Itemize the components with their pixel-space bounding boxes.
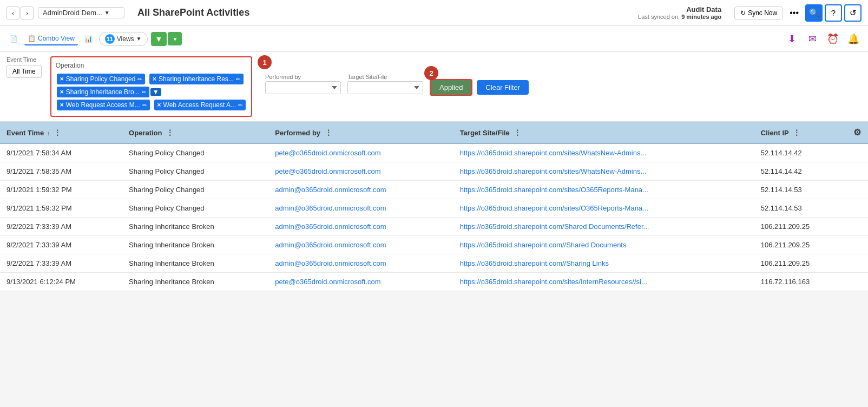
cell-performed-by: admin@o365droid.onmicrosoft.com xyxy=(268,218,453,236)
event-time-button[interactable]: All Time xyxy=(6,65,42,78)
target-site-col-label: Target Site/File xyxy=(460,129,510,137)
filter-dropdown-button[interactable]: ▼ xyxy=(168,32,182,45)
tag-4-label: Web Request Access M... xyxy=(66,101,140,109)
filter-button[interactable]: ▼ xyxy=(151,32,167,46)
table-body: 9/1/2021 7:58:34 AM Sharing Policy Chang… xyxy=(0,143,868,291)
chart-icon: 📊 xyxy=(84,35,93,43)
performed-by-field: Performed by xyxy=(265,74,341,94)
tag-3-label: Sharing Inheritance Bro... xyxy=(66,88,140,96)
cell-client-ip: 116.72.116.163 xyxy=(754,273,846,291)
edit-tag-5-button[interactable]: ✏ xyxy=(238,102,242,108)
remove-tag-5-button[interactable]: × xyxy=(157,101,161,109)
top-nav: ‹ › AdminDroid Dem... ▼ All SharePoint A… xyxy=(0,0,868,26)
col-client-ip: Client IP ⋮ xyxy=(754,122,846,143)
operation-filter-dropdown: Operation × Sharing Policy Changed ✏ × S… xyxy=(50,56,252,117)
operation-filter-section: Operation × Sharing Policy Changed ✏ × S… xyxy=(50,56,252,117)
cell-settings xyxy=(846,162,868,181)
col-menu-target-site[interactable]: ⋮ xyxy=(514,128,521,137)
filter-icon: ▼ xyxy=(155,35,163,43)
cell-performed-by: admin@o365droid.onmicrosoft.com xyxy=(268,181,453,199)
target-site-select[interactable] xyxy=(347,81,423,94)
edit-tag-4-button[interactable]: ✏ xyxy=(142,102,147,108)
combo-view-button[interactable]: 📋 Combo View xyxy=(24,32,78,45)
col-event-time: Event Time ↑ ⋮ xyxy=(0,122,122,143)
download-button[interactable]: ⬇ xyxy=(784,31,800,47)
table-row: 9/1/2021 7:58:35 AM Sharing Policy Chang… xyxy=(0,162,868,181)
filter-tag-1: × Sharing Policy Changed ✏ xyxy=(57,74,146,84)
tag-2-label: Sharing Inheritance Res... xyxy=(159,75,234,83)
client-ip-col-label: Client IP xyxy=(761,129,789,137)
col-menu-performed-by[interactable]: ⋮ xyxy=(325,128,332,137)
combo-view-icon: 📋 xyxy=(28,35,36,42)
activities-table: Event Time ↑ ⋮ Operation ⋮ Performed by … xyxy=(0,122,868,291)
remove-tag-1-button[interactable]: × xyxy=(60,75,64,83)
more-options-button[interactable]: ••• xyxy=(787,8,801,18)
chevron-down-icon: ▼ xyxy=(136,36,142,42)
cell-event-time: 9/1/2021 1:59:32 PM xyxy=(0,199,122,218)
bell-button[interactable]: 🔔 xyxy=(845,31,862,47)
chart-view-button[interactable]: 📊 xyxy=(81,33,96,45)
cell-operation: Sharing Policy Changed xyxy=(122,181,268,199)
remove-tag-2-button[interactable]: × xyxy=(153,75,156,83)
target-site-field: Target Site/File xyxy=(347,74,423,94)
event-time-col-label: Event Time xyxy=(6,129,44,137)
performed-by-select[interactable] xyxy=(265,81,341,94)
col-operation: Operation ⋮ xyxy=(122,122,268,143)
applied-button[interactable]: Applied xyxy=(430,79,472,96)
cell-client-ip: 106.211.209.25 xyxy=(754,236,846,254)
document-view-button[interactable]: 📄 xyxy=(6,33,21,45)
cell-settings xyxy=(846,273,868,291)
cell-event-time: 9/2/2021 7:33:39 AM xyxy=(0,218,122,236)
edit-tag-2-button[interactable]: ✏ xyxy=(236,76,240,82)
step-2-badge: 2 xyxy=(424,66,438,80)
page-title: All SharePoint Activities xyxy=(137,7,634,18)
nav-back-button[interactable]: ‹ xyxy=(6,6,19,19)
cell-settings xyxy=(846,236,868,254)
views-badge: 11 xyxy=(105,34,115,44)
filter-area: Event Time All Time Operation × Sharing … xyxy=(0,52,868,122)
cell-operation: Sharing Policy Changed xyxy=(122,199,268,218)
help-icon-button[interactable]: ? xyxy=(825,4,842,22)
expand-tags-button[interactable]: ▼ xyxy=(150,88,161,96)
cell-performed-by: pete@o365droid.onmicrosoft.com xyxy=(268,143,453,162)
performed-by-col-label: Performed by xyxy=(275,129,320,137)
remove-tag-4-button[interactable]: × xyxy=(60,101,64,109)
cell-event-time: 9/2/2021 7:33:39 AM xyxy=(0,236,122,254)
search-icon-button[interactable]: 🔍 xyxy=(805,4,823,22)
cell-settings xyxy=(846,143,868,162)
filter-tags-container: × Sharing Policy Changed ✏ × Sharing Inh… xyxy=(56,73,247,111)
cell-target: https://o365droid.sharepoint.com/Shared … xyxy=(453,218,754,236)
edit-tag-3-button[interactable]: ✏ xyxy=(142,89,146,95)
alarm-button[interactable]: ⏰ xyxy=(825,31,841,47)
target-site-label: Target Site/File xyxy=(347,74,423,80)
sort-icon: ↑ xyxy=(47,130,50,136)
column-settings-icon[interactable]: ⚙ xyxy=(853,128,861,137)
table-row: 9/2/2021 7:33:39 AM Sharing Inheritance … xyxy=(0,236,868,254)
edit-tag-1-button[interactable]: ✏ xyxy=(137,76,142,82)
cell-operation: Sharing Policy Changed xyxy=(122,162,268,181)
nav-forward-button[interactable]: › xyxy=(21,6,34,19)
cell-client-ip: 52.114.14.42 xyxy=(754,162,846,181)
table-header-row: Event Time ↑ ⋮ Operation ⋮ Performed by … xyxy=(0,122,868,143)
refresh-icon-button[interactable]: ↺ xyxy=(844,4,862,22)
col-menu-operation[interactable]: ⋮ xyxy=(166,128,174,137)
chevron-down-icon: ▼ xyxy=(172,36,177,42)
mail-button[interactable]: ✉ xyxy=(804,31,820,47)
col-menu-event-time[interactable]: ⋮ xyxy=(54,128,61,137)
col-menu-client-ip[interactable]: ⋮ xyxy=(793,128,800,137)
filter-tag-3: × Sharing Inheritance Bro... ✏ xyxy=(57,87,149,97)
audit-sync-info: Last synced on: 9 minutes ago xyxy=(638,14,721,20)
remove-tag-3-button[interactable]: × xyxy=(60,88,64,96)
cell-client-ip: 106.211.209.25 xyxy=(754,254,846,273)
tag-5-label: Web Access Request A... xyxy=(163,101,236,109)
document-icon: 📄 xyxy=(10,35,18,43)
performed-by-label: Performed by xyxy=(265,74,341,80)
table-row: 9/13/2021 6:12:24 PM Sharing Inheritance… xyxy=(0,273,868,291)
breadcrumb[interactable]: AdminDroid Dem... ▼ xyxy=(38,7,124,18)
nav-arrows: ‹ › xyxy=(6,6,34,19)
views-button[interactable]: 11 Views ▼ xyxy=(99,32,148,46)
table-row: 9/2/2021 7:33:39 AM Sharing Inheritance … xyxy=(0,254,868,273)
top-icon-buttons: 🔍 ? ↺ xyxy=(805,4,862,22)
clear-filter-button[interactable]: Clear Filter xyxy=(477,80,529,95)
sync-now-button[interactable]: ↻ Sync Now xyxy=(734,6,783,19)
